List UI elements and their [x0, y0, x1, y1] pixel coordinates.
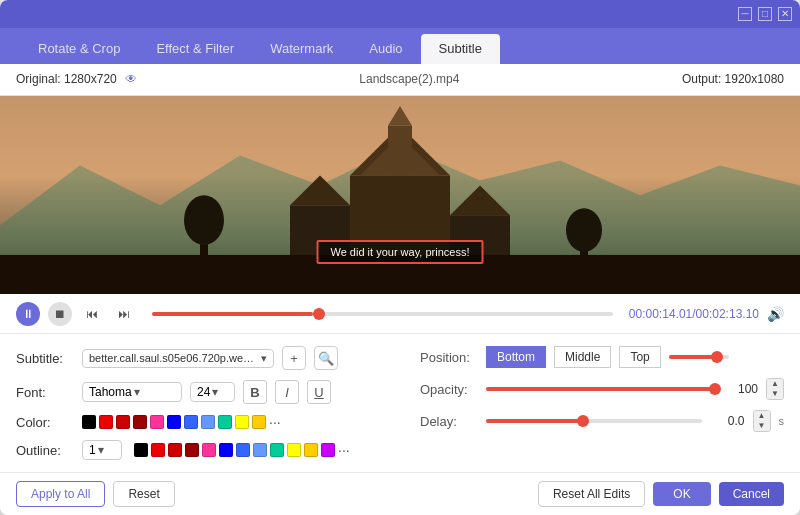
font-label: Font:: [16, 385, 74, 400]
delay-slider[interactable]: [486, 419, 702, 423]
search-subtitle-button[interactable]: 🔍: [314, 346, 338, 370]
outline-select[interactable]: 1 ▾: [82, 440, 122, 460]
bottom-actions: Apply to All Reset Reset All Edits OK Ca…: [0, 472, 800, 515]
outline-medblue[interactable]: [236, 443, 250, 457]
tab-watermark[interactable]: Watermark: [252, 34, 351, 64]
tab-subtitle[interactable]: Subtitle: [421, 34, 500, 64]
add-subtitle-button[interactable]: +: [282, 346, 306, 370]
close-button[interactable]: ✕: [778, 7, 792, 21]
outline-yellow[interactable]: [287, 443, 301, 457]
cancel-button[interactable]: Cancel: [719, 482, 784, 506]
color-blue[interactable]: [167, 415, 181, 429]
eye-icon[interactable]: 👁: [125, 72, 137, 86]
color-red[interactable]: [99, 415, 113, 429]
opacity-spinner[interactable]: ▲ ▼: [766, 378, 784, 400]
subtitle-file-select[interactable]: better.call.saul.s05e06.720p.web.h264-xl…: [82, 349, 274, 368]
more-colors-button[interactable]: ···: [269, 414, 281, 430]
color-lightblue[interactable]: [201, 415, 215, 429]
outline-lightblue[interactable]: [253, 443, 267, 457]
position-row: Position: Bottom Middle Top: [420, 346, 784, 368]
ok-button[interactable]: OK: [653, 482, 710, 506]
outline-black[interactable]: [134, 443, 148, 457]
color-medblue[interactable]: [184, 415, 198, 429]
prev-frame-button[interactable]: ⏮: [80, 302, 104, 326]
left-panel: Subtitle: better.call.saul.s05e06.720p.w…: [16, 346, 380, 460]
reset-button[interactable]: Reset: [113, 481, 174, 507]
delay-value: 0.0: [710, 414, 745, 428]
info-bar: Original: 1280x720 👁 Landscape(2).mp4 Ou…: [0, 64, 800, 96]
outline-blue[interactable]: [219, 443, 233, 457]
position-slider[interactable]: [669, 355, 729, 359]
color-teal[interactable]: [218, 415, 232, 429]
outline-pink[interactable]: [202, 443, 216, 457]
more-outline-colors-button[interactable]: ···: [338, 442, 350, 458]
color-deepred[interactable]: [133, 415, 147, 429]
color-pink[interactable]: [150, 415, 164, 429]
font-dropdown-arrow: ▾: [134, 385, 140, 399]
outline-purple[interactable]: [321, 443, 335, 457]
reset-all-button[interactable]: Reset All Edits: [538, 481, 645, 507]
opacity-down[interactable]: ▼: [767, 389, 783, 399]
color-darkred[interactable]: [116, 415, 130, 429]
pause-button[interactable]: ⏸: [16, 302, 40, 326]
progress-track[interactable]: [152, 312, 613, 316]
color-row: Color: ···: [16, 414, 380, 430]
underline-button[interactable]: U: [307, 380, 331, 404]
subtitle-dropdown-arrow: ▾: [261, 352, 267, 365]
font-select[interactable]: Tahoma ▾: [82, 382, 182, 402]
svg-rect-5: [388, 125, 412, 175]
tabs-bar: Rotate & Crop Effect & Filter Watermark …: [0, 28, 800, 64]
temple-svg: [0, 96, 800, 295]
color-yellow[interactable]: [235, 415, 249, 429]
position-middle-button[interactable]: Middle: [554, 346, 611, 368]
delay-row: Delay: 0.0 ▲ ▼ s: [420, 410, 784, 432]
controls-bar: ⏸ ⏹ ⏮ ⏭ 00:00:14.01/00:02:13.10 🔊: [0, 294, 800, 334]
right-panel: Position: Bottom Middle Top Opacity:: [420, 346, 784, 460]
color-black[interactable]: [82, 415, 96, 429]
size-dropdown-arrow: ▾: [212, 385, 218, 399]
filename-label: Landscape(2).mp4: [137, 72, 682, 86]
position-top-button[interactable]: Top: [619, 346, 660, 368]
tab-effect-filter[interactable]: Effect & Filter: [138, 34, 252, 64]
opacity-slider[interactable]: [486, 387, 715, 391]
stop-button[interactable]: ⏹: [48, 302, 72, 326]
delay-spinner[interactable]: ▲ ▼: [753, 410, 771, 432]
settings-panel: Subtitle: better.call.saul.s05e06.720p.w…: [0, 334, 800, 472]
opacity-row: Opacity: 100 ▲ ▼: [420, 378, 784, 400]
delay-up[interactable]: ▲: [754, 411, 770, 421]
bold-button[interactable]: B: [243, 380, 267, 404]
size-select[interactable]: 24 ▾: [190, 382, 235, 402]
outline-teal[interactable]: [270, 443, 284, 457]
position-bottom-button[interactable]: Bottom: [486, 346, 546, 368]
outline-gold[interactable]: [304, 443, 318, 457]
tab-audio[interactable]: Audio: [351, 34, 420, 64]
output-resolution: Output: 1920x1080: [682, 72, 784, 86]
minimize-button[interactable]: ─: [738, 7, 752, 21]
delay-label: Delay:: [420, 414, 478, 429]
delay-unit: s: [779, 415, 785, 427]
subtitle-overlay: We did it your way, princess!: [317, 240, 484, 264]
outline-deepred[interactable]: [185, 443, 199, 457]
font-row: Font: Tahoma ▾ 24 ▾ B I U: [16, 380, 380, 404]
color-label: Color:: [16, 415, 74, 430]
video-preview: We did it your way, princess!: [0, 96, 800, 295]
video-thumbnail: We did it your way, princess!: [0, 96, 800, 295]
outline-red[interactable]: [151, 443, 165, 457]
progress-thumb: [313, 308, 325, 320]
outline-darkred[interactable]: [168, 443, 182, 457]
subtitle-label: Subtitle:: [16, 351, 74, 366]
italic-button[interactable]: I: [275, 380, 299, 404]
volume-icon[interactable]: 🔊: [767, 306, 784, 322]
opacity-up[interactable]: ▲: [767, 379, 783, 389]
outline-dropdown-arrow: ▾: [98, 443, 104, 457]
tab-rotate-crop[interactable]: Rotate & Crop: [20, 34, 138, 64]
delay-down[interactable]: ▼: [754, 421, 770, 431]
next-frame-button[interactable]: ⏭: [112, 302, 136, 326]
color-gold[interactable]: [252, 415, 266, 429]
color-swatches: ···: [82, 414, 281, 430]
apply-to-all-button[interactable]: Apply to All: [16, 481, 105, 507]
svg-point-15: [566, 208, 602, 252]
maximize-button[interactable]: □: [758, 7, 772, 21]
opacity-value: 100: [723, 382, 758, 396]
outline-row: Outline: 1 ▾: [16, 440, 380, 460]
